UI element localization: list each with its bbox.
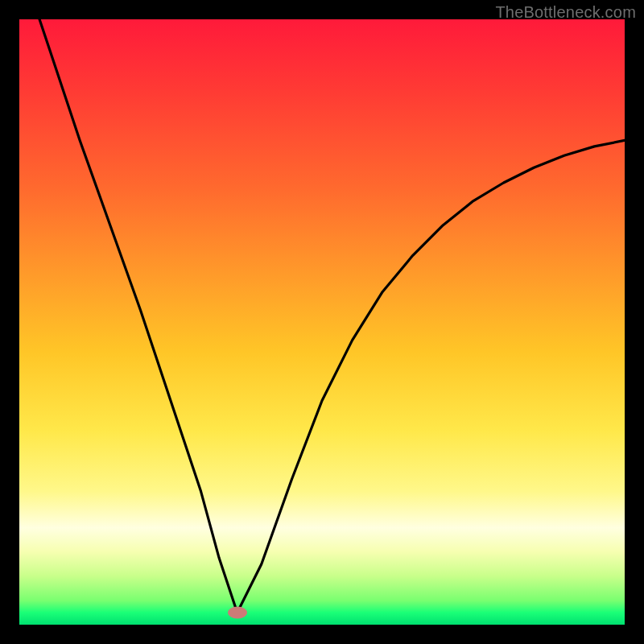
optimum-marker	[228, 606, 247, 618]
plot-area	[19, 19, 625, 625]
watermark-label: TheBottleneck.com	[495, 3, 636, 22]
chart-frame: TheBottleneck.com	[0, 0, 644, 644]
bottleneck-curve	[19, 19, 625, 625]
